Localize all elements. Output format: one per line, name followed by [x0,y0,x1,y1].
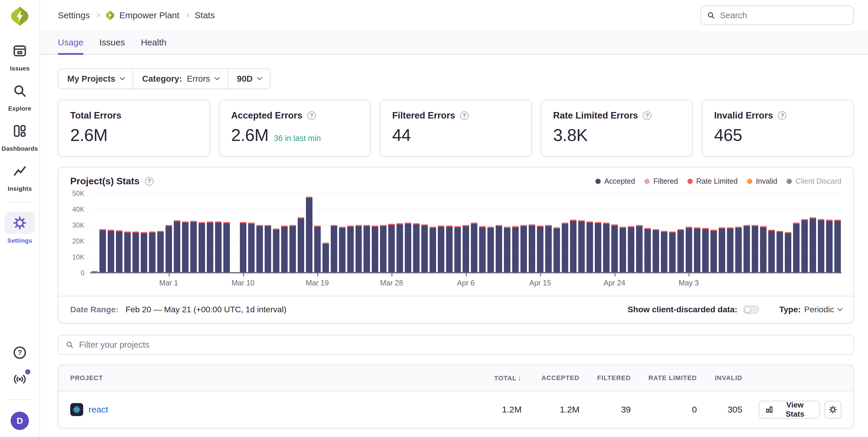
bar[interactable] [157,231,164,272]
help-icon[interactable]: ? [145,177,154,186]
bar[interactable] [132,232,139,272]
sidebar-item-issues[interactable]: Issues [0,39,39,72]
column-header-project[interactable]: PROJECT [70,374,468,382]
bar[interactable] [223,222,230,272]
bar[interactable] [116,230,122,272]
sentry-logo[interactable] [9,6,30,27]
bar[interactable] [355,225,362,272]
bar[interactable] [380,225,386,272]
bar[interactable] [322,243,329,272]
bar[interactable] [834,220,841,272]
legend-item-rate-limited[interactable]: Rate Limited [687,177,738,186]
sidebar-item-settings[interactable]: Settings [0,212,39,244]
bar[interactable] [752,225,758,272]
bar[interactable] [413,223,420,272]
avatar[interactable]: D [11,412,29,430]
search-input[interactable] [720,11,847,20]
bar[interactable] [768,230,775,272]
projects-filter-dropdown[interactable]: My Projects [58,69,133,89]
bar[interactable] [273,229,279,272]
bar[interactable] [785,232,791,272]
bar[interactable] [388,224,395,272]
period-filter-dropdown[interactable]: 90D [227,69,270,89]
bar[interactable] [339,227,345,272]
bar[interactable] [190,221,197,272]
bar[interactable] [545,225,552,272]
bar[interactable] [198,222,205,272]
bar[interactable] [289,225,296,272]
bar[interactable] [215,222,222,272]
bar[interactable] [578,220,585,272]
bar[interactable] [669,232,676,272]
legend-item-client-discard[interactable]: Client Discard [786,177,841,186]
bar[interactable] [108,230,114,272]
bar[interactable] [611,225,618,272]
help-icon[interactable]: ? [11,344,28,361]
bar[interactable] [644,228,651,272]
legend-item-accepted[interactable]: Accepted [595,177,635,186]
bar[interactable] [529,225,535,272]
bar[interactable] [603,223,610,272]
bar[interactable] [165,225,172,272]
help-icon[interactable]: ? [307,111,316,120]
sidebar-item-dashboards[interactable]: Dashboards [0,120,39,152]
sidebar-item-insights[interactable]: Insights [0,160,39,192]
bar[interactable] [793,223,800,272]
help-icon[interactable]: ? [778,111,786,120]
bar[interactable] [397,223,403,272]
bar[interactable] [719,227,725,272]
bar[interactable] [182,222,189,272]
type-dropdown[interactable]: Type: Periodic [779,305,841,314]
bar[interactable] [587,222,593,272]
bar[interactable] [430,227,436,272]
bar[interactable] [677,229,684,272]
help-icon[interactable]: ? [643,111,651,120]
bar[interactable] [595,222,601,272]
bar[interactable] [298,217,304,272]
chart-plot[interactable] [90,194,841,273]
bar[interactable] [438,226,444,272]
broadcast-icon[interactable] [11,371,28,388]
legend-item-filtered[interactable]: Filtered [644,177,678,186]
bar[interactable] [653,229,659,272]
bar[interactable] [99,229,106,272]
client-discard-toggle[interactable] [743,305,759,314]
bar[interactable] [487,227,494,272]
column-header-total[interactable]: TOTAL↓ [468,374,522,382]
bar[interactable] [727,227,734,272]
bar[interactable] [265,225,271,272]
bar[interactable] [661,231,668,272]
bar[interactable] [743,225,750,272]
bar[interactable] [372,226,378,272]
bar[interactable] [149,232,155,272]
bar[interactable] [463,225,469,272]
bar[interactable] [562,223,568,272]
project-settings-button[interactable] [825,401,841,418]
tab-usage[interactable]: Usage [58,31,84,54]
bar[interactable] [628,226,634,272]
tab-issues[interactable]: Issues [99,31,125,54]
sidebar-item-explore[interactable]: Explore [0,79,39,112]
bar[interactable] [801,219,808,272]
bar[interactable] [777,231,783,272]
legend-item-invalid[interactable]: Invalid [747,177,777,186]
bar[interactable] [521,225,527,272]
breadcrumb-stats[interactable]: Stats [195,10,215,20]
bar[interactable] [554,227,560,272]
bar[interactable] [496,225,502,272]
bar[interactable] [141,232,147,272]
project-link[interactable]: react [89,405,108,414]
bar[interactable] [207,222,213,272]
bar[interactable] [471,223,477,272]
project-filter-input[interactable] [79,340,846,350]
column-header-filtered[interactable]: FILTERED [580,374,631,382]
bar[interactable] [256,225,263,272]
bar[interactable] [504,227,510,272]
bar[interactable] [446,226,453,272]
bar[interactable] [537,226,544,272]
bar[interactable] [702,228,709,272]
bar[interactable] [760,226,767,272]
breadcrumb-org[interactable]: Empower Plant [105,10,179,20]
bar[interactable] [620,227,626,272]
bar[interactable] [636,225,643,272]
